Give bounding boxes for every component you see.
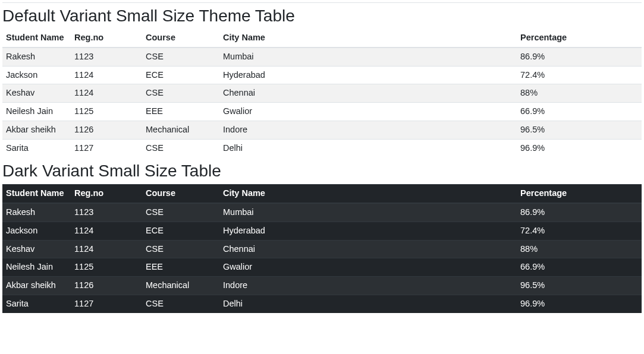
cell-city: Gwalior [219, 258, 517, 277]
table-row: Jackson 1124 ECE Hyderabad 72.4% [2, 222, 642, 240]
col-course: Course [142, 29, 219, 48]
header-row: Student Name Reg.no Course City Name Per… [2, 29, 642, 48]
heading-dark-variant: Dark Variant Small Size Table [2, 162, 642, 181]
cell-course: CSE [142, 48, 219, 66]
cell-course: ECE [142, 222, 219, 240]
cell-reg: 1127 [71, 295, 142, 312]
cell-pct: 96.5% [517, 121, 642, 139]
table-row: Akbar sheikh 1126 Mechanical Indore 96.5… [2, 121, 642, 139]
cell-name: Neilesh Jain [2, 103, 71, 121]
cell-course: CSE [142, 240, 219, 258]
col-percentage: Percentage [517, 29, 642, 48]
table-row: Keshav 1124 CSE Chennai 88% [2, 240, 642, 258]
table-row: Rakesh 1123 CSE Mumbai 86.9% [2, 203, 642, 222]
cell-city: Chennai [219, 240, 517, 258]
cell-name: Akbar sheikh [2, 277, 71, 295]
cell-reg: 1124 [71, 240, 142, 258]
table-row: Rakesh 1123 CSE Mumbai 86.9% [2, 48, 642, 66]
cell-course: EEE [142, 258, 219, 277]
cell-city: Hyderabad [219, 66, 517, 84]
cell-name: Sarita [2, 139, 71, 157]
cell-name: Keshav [2, 240, 71, 258]
table-default: Student Name Reg.no Course City Name Per… [2, 29, 642, 157]
cell-pct: 72.4% [517, 222, 642, 240]
cell-reg: 1124 [71, 222, 142, 240]
cell-pct: 86.9% [517, 203, 642, 222]
cell-pct: 96.9% [517, 139, 642, 157]
cell-reg: 1125 [71, 258, 142, 277]
cell-pct: 96.5% [517, 277, 642, 295]
cell-city: Mumbai [219, 203, 517, 222]
cell-pct: 72.4% [517, 66, 642, 84]
cell-name: Rakesh [2, 203, 71, 222]
cell-city: Indore [219, 277, 517, 295]
cell-name: Jackson [2, 222, 71, 240]
table-row: Akbar sheikh 1126 Mechanical Indore 96.5… [2, 277, 642, 295]
cell-reg: 1124 [71, 66, 142, 84]
table-row: Neilesh Jain 1125 EEE Gwalior 66.9% [2, 258, 642, 277]
col-reg-no: Reg.no [71, 185, 142, 203]
cell-city: Gwalior [219, 103, 517, 121]
cell-name: Rakesh [2, 48, 71, 66]
col-student-name: Student Name [2, 29, 71, 48]
col-percentage: Percentage [517, 185, 642, 203]
table-row: Jackson 1124 ECE Hyderabad 72.4% [2, 66, 642, 84]
cell-name: Jackson [2, 66, 71, 84]
cell-reg: 1126 [71, 121, 142, 139]
table-header: Student Name Reg.no Course City Name Per… [2, 29, 642, 48]
cell-reg: 1123 [71, 203, 142, 222]
table-row: Neilesh Jain 1125 EEE Gwalior 66.9% [2, 103, 642, 121]
col-city-name: City Name [219, 29, 517, 48]
table-row: Keshav 1124 CSE Chennai 88% [2, 84, 642, 103]
cell-pct: 66.9% [517, 103, 642, 121]
cell-reg: 1126 [71, 277, 142, 295]
col-city-name: City Name [219, 185, 517, 203]
cell-reg: 1125 [71, 103, 142, 121]
table-row: Sarita 1127 CSE Delhi 96.9% [2, 295, 642, 312]
cell-course: CSE [142, 84, 219, 103]
table-row: Sarita 1127 CSE Delhi 96.9% [2, 139, 642, 157]
cell-name: Akbar sheikh [2, 121, 71, 139]
cell-city: Chennai [219, 84, 517, 103]
table-header: Student Name Reg.no Course City Name Per… [2, 185, 642, 203]
cell-pct: 96.9% [517, 295, 642, 312]
cell-course: Mechanical [142, 277, 219, 295]
col-reg-no: Reg.no [71, 29, 142, 48]
cell-course: CSE [142, 139, 219, 157]
cell-city: Hyderabad [219, 222, 517, 240]
cell-reg: 1123 [71, 48, 142, 66]
table-body-dark: Rakesh 1123 CSE Mumbai 86.9% Jackson 112… [2, 203, 642, 313]
col-student-name: Student Name [2, 185, 71, 203]
heading-default-variant: Default Variant Small Size Theme Table [2, 7, 642, 26]
cell-pct: 86.9% [517, 48, 642, 66]
cell-name: Sarita [2, 295, 71, 312]
header-row: Student Name Reg.no Course City Name Per… [2, 185, 642, 203]
cell-course: EEE [142, 103, 219, 121]
cell-city: Indore [219, 121, 517, 139]
cell-reg: 1127 [71, 139, 142, 157]
cell-name: Neilesh Jain [2, 258, 71, 277]
cell-city: Delhi [219, 139, 517, 157]
cell-course: ECE [142, 66, 219, 84]
cell-reg: 1124 [71, 84, 142, 103]
table-body-light: Rakesh 1123 CSE Mumbai 86.9% Jackson 112… [2, 48, 642, 157]
cell-course: Mechanical [142, 121, 219, 139]
cell-pct: 88% [517, 84, 642, 103]
cell-pct: 88% [517, 240, 642, 258]
cell-city: Delhi [219, 295, 517, 312]
cell-city: Mumbai [219, 48, 517, 66]
cell-pct: 66.9% [517, 258, 642, 277]
col-course: Course [142, 185, 219, 203]
cell-course: CSE [142, 295, 219, 312]
cell-name: Keshav [2, 84, 71, 103]
cell-course: CSE [142, 203, 219, 222]
table-dark: Student Name Reg.no Course City Name Per… [2, 184, 642, 312]
